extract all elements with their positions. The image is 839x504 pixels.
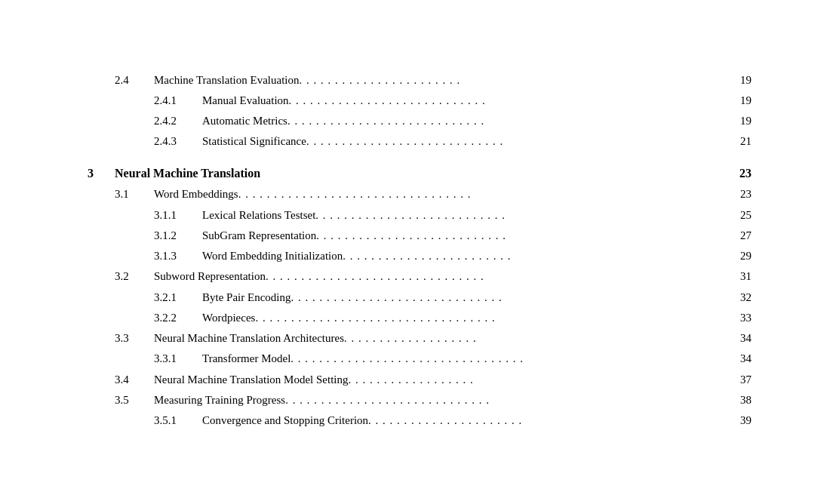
section-title: Subword Representation [154,268,266,285]
toc-entry: 3.1.2SubGram Representation . . . . . . … [88,227,751,244]
subsection-title: SubGram Representation [202,227,316,244]
subsection-num: 3.2.1 [154,289,202,306]
section-num: 2.4 [115,72,154,89]
toc-entry: 3.1Word Embeddings . . . . . . . . . . .… [88,186,751,203]
page-number: 19 [732,92,751,109]
subsection-title: Transformer Model [202,350,290,367]
chapter-num: 3 [88,164,115,183]
section-title: Machine Translation Evaluation [154,72,299,89]
subsection-title: Manual Evaluation [202,92,289,109]
dots-leader: . . . . . . . . . . . . . . . . . . . . … [368,412,732,429]
toc-entry: 3.3Neural Machine Translation Architectu… [88,330,751,347]
table-of-contents: 2.4Machine Translation Evaluation . . . … [42,57,797,448]
subsection-num: 3.1.3 [154,247,202,265]
page-number: 27 [732,227,751,244]
page-number: 34 [732,350,751,367]
subsection-title: Lexical Relations Testset [202,207,315,224]
section-num: 3.2 [115,268,154,285]
page-number: 37 [732,371,751,389]
subsection-num: 2.4.1 [154,92,202,109]
subsection-title: Convergence and Stopping Criterion [202,412,368,429]
subsection-num: 3.2.2 [154,309,202,327]
toc-entry: 3.2.2Wordpieces . . . . . . . . . . . . … [88,309,751,327]
dots-leader: . . . . . . . . . . . . . . . . . . . . … [290,350,732,367]
toc-entry: 3.1.1Lexical Relations Testset . . . . .… [88,207,751,224]
subsection-num: 3.3.1 [154,350,202,367]
dots-leader: . . . . . . . . . . . . . . . . . . . . … [285,392,732,409]
section-title: Measuring Training Progress [154,392,285,409]
subsection-title: Word Embedding Initialization [202,247,343,265]
toc-entry: 2.4.3Statistical Significance . . . . . … [88,133,751,150]
subsection-num: 3.1.2 [154,227,202,244]
toc-entry: 3.1.3Word Embedding Initialization . . .… [88,247,751,265]
toc-entry: 3.4Neural Machine Translation Model Sett… [88,371,751,389]
dots-leader: . . . . . . . . . . . . . . . . . . . . … [266,268,732,285]
page-number: 25 [732,207,751,224]
dots-leader: . . . . . . . . . . . . . . . . . . . . … [316,227,732,244]
subsection-num: 2.4.2 [154,112,202,130]
page-number: 33 [732,309,751,327]
dots-leader: . . . . . . . . . . . . . . . . . . . . … [255,309,732,327]
toc-entry: 3.5Measuring Training Progress . . . . .… [88,392,751,409]
subsection-title: Wordpieces [202,309,255,327]
dots-leader: . . . . . . . . . . . . . . . . . . [348,371,732,389]
subsection-title: Statistical Significance [202,133,306,150]
dots-leader: . . . . . . . . . . . . . . . . . . . . … [299,72,732,89]
toc-entry: 3.3.1Transformer Model . . . . . . . . .… [88,350,751,367]
page-number: 23 [732,186,751,203]
chapter-title: Neural Machine Translation [115,164,423,183]
section-num: 3.1 [115,186,154,203]
page-number: 39 [732,412,751,429]
toc-entry: 3.2.1Byte Pair Encoding . . . . . . . . … [88,289,751,306]
page-number: 23 [732,164,751,183]
page-number: 19 [732,72,751,89]
page-number: 32 [732,289,751,306]
page-number: 38 [732,392,751,409]
section-title: Neural Machine Translation Architectures [154,330,344,347]
dots-leader: . . . . . . . . . . . . . . . . . . . . … [306,133,732,150]
dots-leader: . . . . . . . . . . . . . . . . . . . . … [289,92,732,109]
dots-leader: . . . . . . . . . . . . . . . . . . . [344,330,732,347]
subsection-num: 3.5.1 [154,412,202,429]
dots-leader: . . . . . . . . . . . . . . . . . . . . … [287,112,732,130]
toc-entry: 3.2Subword Representation . . . . . . . … [88,268,751,285]
toc-entry: 3.5.1Convergence and Stopping Criterion … [88,412,751,429]
toc-entry: 2.4.1Manual Evaluation . . . . . . . . .… [88,92,751,109]
section-num: 3.3 [115,330,154,347]
toc-entry: 2.4.2Automatic Metrics . . . . . . . . .… [88,112,751,130]
section-num: 3.5 [115,392,154,409]
subsection-num: 2.4.3 [154,133,202,150]
page-number: 19 [732,112,751,130]
dots-leader: . . . . . . . . . . . . . . . . . . . . … [238,186,732,203]
section-num: 3.4 [115,371,154,389]
subsection-title: Automatic Metrics [202,112,287,130]
page-number: 34 [732,330,751,347]
subsection-num: 3.1.1 [154,207,202,224]
page-number: 21 [732,133,751,150]
toc-entry: 3Neural Machine Translation23 [88,164,751,183]
dots-leader: . . . . . . . . . . . . . . . . . . . . … [315,207,732,224]
toc-entry: 2.4Machine Translation Evaluation . . . … [88,72,751,89]
page-number: 29 [732,247,751,265]
section-title: Neural Machine Translation Model Setting [154,371,348,389]
subsection-title: Byte Pair Encoding [202,289,290,306]
dots-leader: . . . . . . . . . . . . . . . . . . . . … [343,247,732,265]
section-title: Word Embeddings [154,186,238,203]
dots-leader: . . . . . . . . . . . . . . . . . . . . … [290,289,732,306]
toc-spacer [88,154,751,164]
page-number: 31 [732,268,751,285]
